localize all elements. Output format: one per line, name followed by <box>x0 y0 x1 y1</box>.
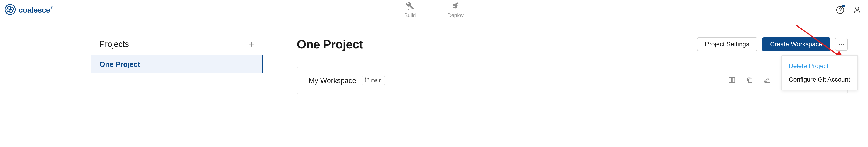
body: Projects One Project One Project Project… <box>0 20 868 141</box>
svg-point-1 <box>837 6 844 13</box>
nav-build-label: Build <box>404 12 416 19</box>
nav-deploy-label: Deploy <box>447 12 464 19</box>
brand[interactable]: coalesce® <box>4 4 53 16</box>
nav-right <box>836 5 862 14</box>
duplicate-button[interactable] <box>746 76 753 85</box>
menu-configure-git[interactable]: Configure Git Account <box>782 73 857 86</box>
docs-button[interactable] <box>728 76 736 85</box>
brand-logo-icon <box>4 4 16 16</box>
nav-build[interactable]: Build <box>404 2 416 19</box>
pencil-icon <box>763 76 771 85</box>
sidebar-title: Projects <box>99 39 129 49</box>
sidebar: Projects One Project <box>0 20 264 141</box>
svg-point-6 <box>368 78 368 79</box>
notification-dot-icon <box>842 5 845 7</box>
build-icon <box>406 2 414 11</box>
brand-name: coalesce® <box>19 6 53 14</box>
main: One Project Project Settings Create Work… <box>264 20 868 141</box>
project-more-button[interactable]: ⋯ <box>835 38 848 50</box>
svg-rect-7 <box>748 79 752 82</box>
workspace-name: My Workspace <box>309 76 356 85</box>
edit-button[interactable] <box>763 76 771 85</box>
branch-chip[interactable]: main <box>362 76 385 85</box>
page-title: One Project <box>297 37 363 51</box>
user-menu-button[interactable] <box>852 5 862 14</box>
svg-point-4 <box>365 78 366 79</box>
help-button[interactable] <box>836 6 844 14</box>
svg-point-2 <box>840 12 840 12</box>
sidebar-header: Projects <box>91 39 263 55</box>
svg-point-3 <box>856 7 859 10</box>
main-header: One Project Project Settings Create Work… <box>297 37 868 51</box>
top-nav: coalesce® Build Deploy <box>0 0 868 20</box>
workspace-card: My Workspace main <box>297 67 848 94</box>
sidebar-item-label: One Project <box>99 60 140 69</box>
book-icon <box>728 76 736 85</box>
create-workspace-button[interactable]: Create Workspace <box>762 37 831 51</box>
deploy-icon <box>452 2 460 11</box>
project-more-menu: Delete Project Configure Git Account <box>781 55 858 90</box>
menu-delete-project[interactable]: Delete Project <box>782 59 857 73</box>
add-project-button[interactable] <box>248 41 255 47</box>
sidebar-item-project[interactable]: One Project <box>91 55 263 73</box>
git-branch-icon <box>364 77 369 84</box>
project-settings-button[interactable]: Project Settings <box>697 37 757 51</box>
branch-name: main <box>371 78 381 83</box>
copy-icon <box>746 76 753 85</box>
svg-point-5 <box>365 81 366 82</box>
nav-deploy[interactable]: Deploy <box>447 2 464 19</box>
nav-center: Build Deploy <box>404 2 464 19</box>
